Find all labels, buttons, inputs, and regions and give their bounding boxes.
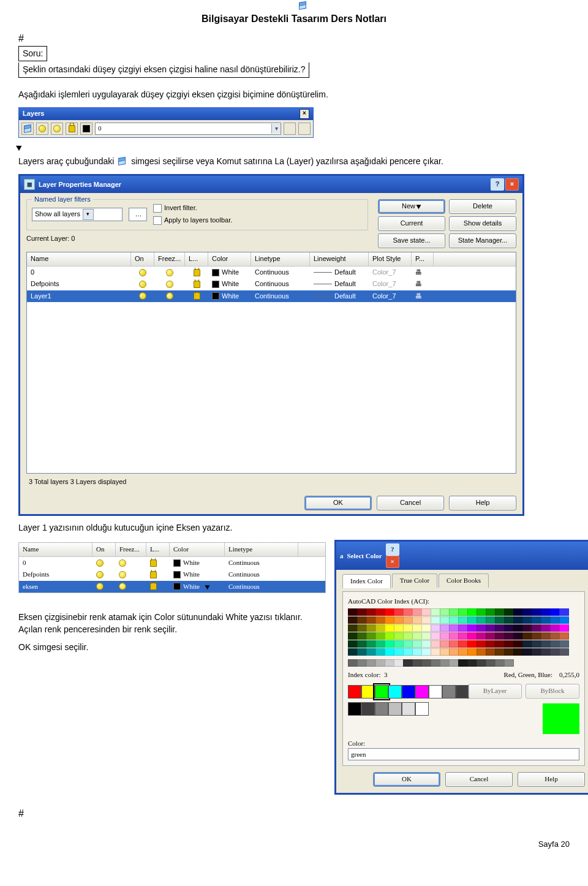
color-cell[interactable] xyxy=(421,608,431,616)
color-input[interactable]: green xyxy=(348,748,579,760)
color-cell[interactable] xyxy=(421,648,431,656)
color-cell[interactable] xyxy=(541,608,551,616)
save-state-button[interactable]: Save state... xyxy=(378,233,445,248)
color-cell[interactable] xyxy=(394,632,404,640)
color-cell[interactable] xyxy=(366,624,376,632)
col-plotstyle[interactable]: Plot Style xyxy=(369,252,412,265)
show-details-button[interactable]: Show details xyxy=(449,216,516,231)
table-row[interactable]: 0 White Continuous xyxy=(19,557,325,569)
color-cell[interactable] xyxy=(357,632,367,640)
color-cell[interactable] xyxy=(495,616,505,624)
color-cell[interactable] xyxy=(550,632,560,640)
table-row[interactable]: Layer1 White Continuous Default Color_7 … xyxy=(27,290,516,302)
color-cell[interactable] xyxy=(513,616,523,624)
ok-button[interactable]: OK xyxy=(304,496,372,510)
current-button[interactable]: Current xyxy=(378,216,445,231)
color-cell[interactable] xyxy=(403,616,413,624)
gray-swatch[interactable] xyxy=(361,702,375,716)
layers-grid[interactable]: Name On Freez... L... Color Linetype Lin… xyxy=(26,252,516,474)
color-cell[interactable] xyxy=(449,640,459,648)
color-cell[interactable] xyxy=(504,659,514,667)
color-swatch[interactable] xyxy=(442,685,456,699)
color-cell[interactable] xyxy=(467,616,477,624)
color-cell[interactable] xyxy=(440,648,450,656)
new-button[interactable]: New xyxy=(378,199,445,214)
color-cell[interactable] xyxy=(385,624,394,632)
layer-dropdown[interactable]: 0▾ xyxy=(95,123,281,135)
color-cell[interactable] xyxy=(504,640,514,648)
color-cell[interactable] xyxy=(467,624,477,632)
color-cell[interactable] xyxy=(449,608,459,616)
color-cell[interactable] xyxy=(522,648,532,656)
sun-icon[interactable] xyxy=(167,270,173,276)
color-cell[interactable] xyxy=(532,632,541,640)
layer-previous-icon[interactable] xyxy=(298,123,311,135)
color-cell[interactable] xyxy=(403,648,413,656)
tab-color-books[interactable]: Color Books xyxy=(439,574,489,587)
color-cell[interactable] xyxy=(513,648,523,656)
color-cell[interactable] xyxy=(550,648,560,656)
color-cell[interactable] xyxy=(366,632,376,640)
delete-button[interactable]: Delete xyxy=(449,199,516,214)
color-cell[interactable] xyxy=(486,624,496,632)
color-cell[interactable] xyxy=(431,659,440,667)
color-cell[interactable] xyxy=(486,632,496,640)
color-cell[interactable] xyxy=(366,608,376,616)
color-cell[interactable] xyxy=(486,648,496,656)
sun-icon[interactable] xyxy=(167,293,173,299)
filter-more-button[interactable]: … xyxy=(129,208,147,221)
color-cell[interactable] xyxy=(559,632,569,640)
color-cell[interactable] xyxy=(385,640,394,648)
table-row[interactable]: eksen White Continuous xyxy=(19,581,325,593)
col-name[interactable]: Name xyxy=(27,252,131,265)
color-cell[interactable] xyxy=(449,624,459,632)
bulb-icon[interactable] xyxy=(139,281,146,288)
color-cell[interactable] xyxy=(541,648,551,656)
color-cell[interactable] xyxy=(375,640,385,648)
color-cell[interactable] xyxy=(477,608,486,616)
lock-icon[interactable] xyxy=(194,281,200,288)
color-cell[interactable] xyxy=(495,632,505,640)
close-icon[interactable]: × xyxy=(300,109,309,119)
color-cell[interactable] xyxy=(559,640,569,648)
color-cell[interactable] xyxy=(403,632,413,640)
color-cell[interactable] xyxy=(348,608,358,616)
color-cell[interactable] xyxy=(403,640,413,648)
color-cell[interactable] xyxy=(440,608,450,616)
col-on[interactable]: On xyxy=(92,543,116,556)
close-icon[interactable]: × xyxy=(505,178,519,191)
color-cell[interactable] xyxy=(394,616,404,624)
bulb-icon[interactable] xyxy=(139,292,146,300)
color-swatch[interactable] xyxy=(361,685,375,699)
color-cell[interactable] xyxy=(449,616,459,624)
color-cell[interactable] xyxy=(394,648,404,656)
bulb-icon[interactable] xyxy=(36,123,48,135)
cancel-button[interactable]: Cancel xyxy=(445,772,513,787)
color-cell[interactable] xyxy=(559,616,569,624)
col-freeze[interactable]: Freez... xyxy=(154,252,185,265)
col-color[interactable]: Color xyxy=(170,543,225,556)
color-cell[interactable] xyxy=(440,616,450,624)
color-cell[interactable] xyxy=(375,616,385,624)
color-cell[interactable] xyxy=(486,608,496,616)
color-cell[interactable] xyxy=(477,648,486,656)
make-current-icon[interactable] xyxy=(284,123,296,135)
cancel-button[interactable]: Cancel xyxy=(377,496,444,510)
color-cell[interactable] xyxy=(559,624,569,632)
color-cell[interactable] xyxy=(504,648,514,656)
color-cell[interactable] xyxy=(357,659,367,667)
color-cell[interactable] xyxy=(412,624,422,632)
gray-swatch[interactable] xyxy=(388,702,402,716)
color-cell[interactable] xyxy=(348,640,358,648)
color-cell[interactable] xyxy=(412,608,422,616)
color-cell[interactable] xyxy=(348,624,358,632)
color-cell[interactable] xyxy=(385,632,394,640)
ok-button[interactable]: OK xyxy=(373,772,440,787)
color-cell[interactable] xyxy=(458,632,468,640)
color-cell[interactable] xyxy=(532,608,541,616)
color-cell[interactable] xyxy=(495,640,505,648)
help-button[interactable]: Help xyxy=(449,496,516,510)
help-button[interactable]: Help xyxy=(518,772,585,787)
color-cell[interactable] xyxy=(504,616,514,624)
state-manager-button[interactable]: State Manager... xyxy=(449,233,516,248)
